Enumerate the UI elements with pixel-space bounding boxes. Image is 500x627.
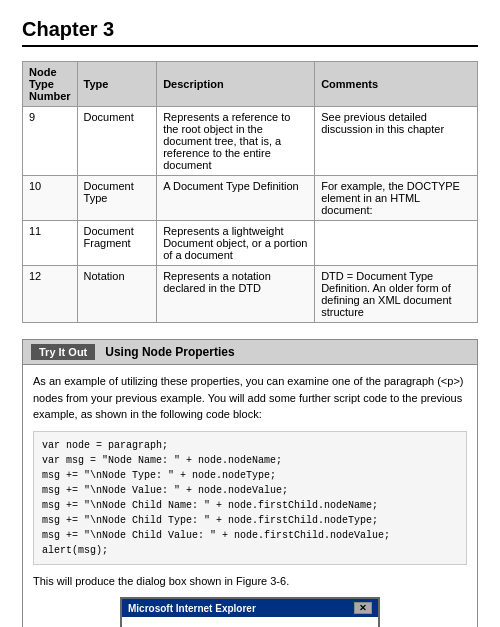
cell-comments: DTD = Document Type Definition. An older… [315, 266, 478, 323]
cell-description: Represents a lightweight Document object… [157, 221, 315, 266]
cell-comments: For example, the DOCTYPE element in an H… [315, 176, 478, 221]
try-it-out-title: Using Node Properties [105, 345, 234, 359]
cell-type: Notation [77, 266, 157, 323]
table-row: 9 Document Represents a reference to the… [23, 107, 478, 176]
dialog-title: Microsoft Internet Explorer [128, 603, 256, 614]
cell-comments [315, 221, 478, 266]
cell-description: A Document Type Definition [157, 176, 315, 221]
cell-number: 12 [23, 266, 78, 323]
cell-type: Document [77, 107, 157, 176]
try-it-out-intro: As an example of utilizing these propert… [33, 373, 467, 423]
try-it-out-label: Try It Out [31, 344, 95, 360]
dialog-outer: Microsoft Internet Explorer ✕ ⚠ Node Nam… [33, 597, 467, 627]
code-block: var node = paragraph; var msg = "Node Na… [33, 431, 467, 565]
dialog-box: Microsoft Internet Explorer ✕ ⚠ Node Nam… [120, 597, 380, 627]
cell-number: 9 [23, 107, 78, 176]
chapter-title: Chapter 3 [22, 18, 478, 47]
table-header-description: Description [157, 62, 315, 107]
table-header-comments: Comments [315, 62, 478, 107]
try-it-out-box: Try It Out Using Node Properties As an e… [22, 339, 478, 627]
try-it-out-header: Try It Out Using Node Properties [23, 340, 477, 365]
try-it-out-body: As an example of utilizing these propert… [23, 365, 477, 627]
after-code-text: This will produce the dialog box shown i… [33, 573, 467, 590]
cell-description: Represents a reference to the root objec… [157, 107, 315, 176]
dialog-titlebar: Microsoft Internet Explorer ✕ [122, 599, 378, 617]
table-header-type: Type [77, 62, 157, 107]
page: Chapter 3 Node Type Number Type Descript… [0, 0, 500, 627]
node-types-table: Node Type Number Type Description Commen… [22, 61, 478, 323]
cell-number: 11 [23, 221, 78, 266]
dialog-close-button[interactable]: ✕ [354, 602, 372, 614]
cell-type: Document Fragment [77, 221, 157, 266]
cell-comments: See previous detailed discussion in this… [315, 107, 478, 176]
dialog-content: ⚠ Node Name: PNode Type: 1Node Value: nu… [122, 617, 378, 627]
cell-type: Document Type [77, 176, 157, 221]
table-row: 11 Document Fragment Represents a lightw… [23, 221, 478, 266]
table-header-number: Node Type Number [23, 62, 78, 107]
table-row: 12 Notation Represents a notation declar… [23, 266, 478, 323]
cell-number: 10 [23, 176, 78, 221]
cell-description: Represents a notation declared in the DT… [157, 266, 315, 323]
table-row: 10 Document Type A Document Type Definit… [23, 176, 478, 221]
